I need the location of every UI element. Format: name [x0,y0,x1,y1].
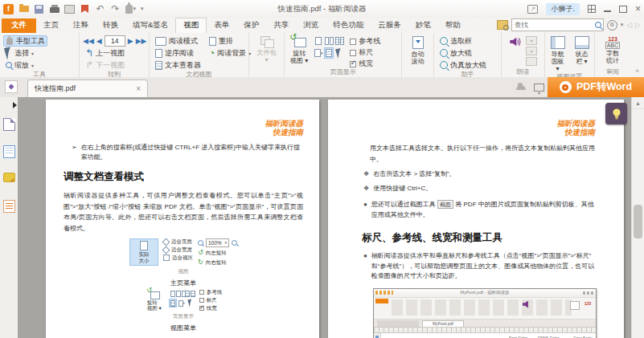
next-page-icon[interactable]: ▶ [128,37,133,45]
next-view-button[interactable]: ↱下一视图 [83,59,147,71]
read-background-button[interactable]: ◔阅读背景▾ [207,47,253,59]
prev-view-icon: ↰ [85,49,93,57]
tab-fill-sign[interactable]: 填写&签名 [125,18,175,33]
word-count-button[interactable]: 123ABC 字数统计 [603,35,622,68]
prev-page-icon[interactable]: ◀ [96,37,102,45]
tab-cloud[interactable]: 云服务 [371,18,408,33]
continuous-page-icon[interactable] [324,47,334,59]
text-viewer-button[interactable]: 文本查看器 [153,59,203,71]
assistant-lightbulb-button[interactable] [605,103,627,124]
tab-browse[interactable]: 浏览 [296,18,326,33]
tab-convert[interactable]: 转换 [96,18,125,33]
tab-view[interactable]: 视图 [175,18,207,33]
tab-comment[interactable]: 注释 [66,18,96,33]
collapse-ribbon-icon[interactable]: ˄ [635,67,639,75]
last-page-icon[interactable]: ▶▶ [136,37,147,45]
split-view-icon[interactable]: ▾ [314,47,323,59]
navigation-panel-button[interactable]: 导航面板 ▾ [548,35,568,73]
select-button[interactable]: 选择▾ [3,47,47,59]
loupe-button[interactable]: 放大镜 [437,47,489,59]
user-account[interactable]: 小狮子. [546,3,580,15]
share-icon[interactable]: ↗ [527,5,538,14]
hand-tool-button[interactable]: 手型工具 [3,35,47,47]
minimize-button[interactable] [604,10,611,12]
line-weight-checkbox[interactable]: 线宽 [347,59,383,68]
reflow-button[interactable]: 重排 [207,35,253,47]
tab-protect[interactable]: 保护 [236,18,266,33]
find-previous-icon[interactable]: ◁ [626,21,632,29]
search-options-icon[interactable]: ⚙ [607,20,617,31]
read-mode-button[interactable]: 阅读模式 [153,35,203,47]
scroll-up-icon[interactable]: ▲ [632,97,644,109]
start-page-icon[interactable] [5,80,18,93]
reverse-read-button[interactable]: 逆序阅读 [153,47,203,59]
magnifier-button[interactable]: 伪真放大镜 [437,59,489,71]
screen-share-icon[interactable] [534,83,544,92]
file-package-icon [260,36,273,47]
search-icon[interactable] [593,19,604,31]
open-file-icon[interactable] [18,4,29,14]
previous-view-button[interactable]: ↰上一视图 [83,47,147,59]
redo-icon[interactable]: ↷ [110,4,121,14]
tab-help[interactable]: 帮助 [438,18,468,33]
cloud-icon[interactable] [516,85,526,90]
magnifier-tool-icon [440,61,448,69]
close-button[interactable]: × [635,4,641,14]
ruler-checkbox[interactable]: 标尺 [347,48,383,57]
search-options-caret-icon[interactable]: ▾ [621,22,624,28]
pages-panel-icon[interactable] [3,145,15,158]
rotate-view-button[interactable]: ↺ 旋转视图 ▾ [288,35,310,68]
tab-form[interactable]: 表单 [207,18,236,33]
read-page-icon[interactable]: ▾ [526,36,537,45]
close-tab-icon[interactable]: × [136,84,141,93]
marquee-zoom-button[interactable]: 选取框 [437,35,489,47]
zoom-button[interactable]: 缩放▾ [3,59,47,71]
doc-paragraph: 福昕阅读器提供多种工具，可供用户调整文档查看模式。您可以单击“主页”>“视图”>… [64,190,303,234]
page-cursor-icon[interactable] [334,47,344,59]
line-weight-checkbox-icon [350,61,356,67]
tab-home[interactable]: 主页 [36,18,66,33]
save-icon[interactable] [34,4,44,14]
facing-pages-icon[interactable] [324,35,334,47]
find-icon[interactable] [497,20,508,30]
doc-heading: 调整文档查看模式 [64,170,303,184]
email-icon[interactable] [64,4,75,14]
document-canvas[interactable]: 福昕阅读器快速指南 ➢在右上角的搜索框(或通过快捷键 CTRL+F 进入搜索框)… [18,97,644,338]
continuous-facing-icon[interactable] [334,35,344,47]
status-bar-button[interactable]: 状态栏 ▾ [572,35,592,73]
scrollbar-thumb[interactable] [634,205,642,238]
apps-grid-icon[interactable] [588,5,596,13]
foxit-logo-icon[interactable]: f [3,4,14,14]
tab-features[interactable]: 特色功能 [326,18,371,33]
find-next-icon[interactable]: ▷ [635,21,641,29]
attachments-panel-icon[interactable] [3,200,15,213]
vertical-scrollbar[interactable]: ▲ [631,97,644,338]
search-input[interactable] [511,18,604,31]
file-package-button[interactable]: 文件包 ▾ [252,35,281,68]
hand-tool-quick-icon[interactable]: ▾ [125,4,136,14]
auto-scroll-button[interactable]: 自动滚动 [409,35,427,68]
first-page-icon[interactable]: ◀◀ [83,37,94,45]
page-number-input[interactable] [105,35,125,47]
comments-panel-icon[interactable] [3,173,15,182]
pdf-to-word-button[interactable]: PDF转Word [548,77,644,97]
tab-miaobi[interactable]: 妙笔 [408,18,438,33]
guides-checkbox[interactable]: 参考线 [347,37,383,46]
restore-button[interactable] [619,6,627,13]
rotate-view-icon: ↺ [291,36,307,48]
document-tab[interactable]: 快速指南.pdf × [27,79,148,97]
status-bar-icon [575,36,589,49]
tab-share[interactable]: 共享 [266,18,296,33]
speaker-icon[interactable] [509,35,522,48]
bookmarks-panel-icon[interactable] [3,118,15,131]
doc-bullet: ➢在右上角的搜索框(或通过快捷键 CTRL+F 进入搜索框)中输入关键字来执行搜… [72,143,303,162]
expand-panel-icon[interactable] [13,102,17,108]
read-doc-icon[interactable]: ▾ [526,47,537,55]
print-icon[interactable] [49,4,59,14]
snapshot-icon[interactable] [80,4,90,14]
undo-icon[interactable]: ↶ [95,4,105,14]
customize-toolbar-icon[interactable]: ▾ [141,6,144,12]
single-page-icon[interactable] [314,35,323,47]
tab-file[interactable]: 文件 [2,18,36,33]
read-stop-icon[interactable] [526,57,537,66]
